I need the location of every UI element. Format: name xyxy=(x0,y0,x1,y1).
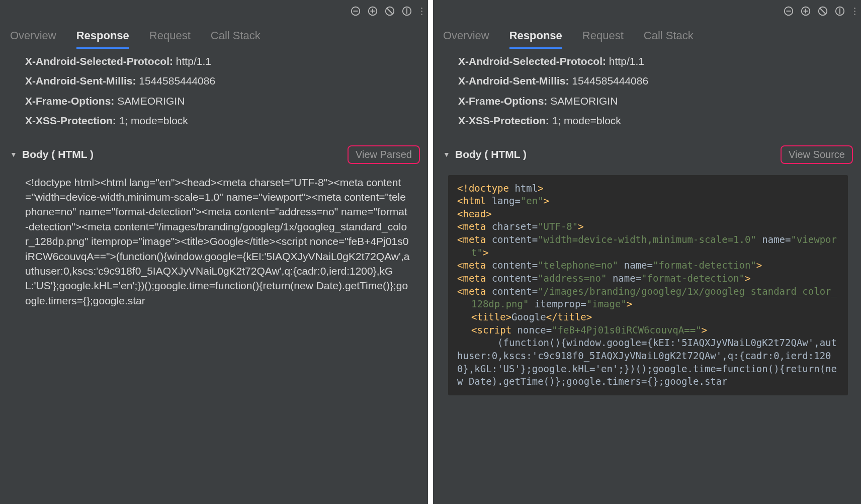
header-value: http/1.1 xyxy=(176,55,211,67)
expand-icon[interactable] xyxy=(799,4,813,18)
header-row: X-Android-Sent-Millis: 1544585444086 xyxy=(458,73,846,88)
expand-icon[interactable] xyxy=(366,4,380,18)
body-header[interactable]: ▼ Body ( HTML ) View Source xyxy=(443,145,853,164)
body-parsed-code: <!doctype html><html lang="en"><head><me… xyxy=(448,175,848,395)
header-name: X-Android-Sent-Millis: xyxy=(458,75,569,87)
reset-icon[interactable] xyxy=(833,4,847,18)
header-row: X-Frame-Options: SAMEORIGIN xyxy=(25,94,413,108)
header-value: 1; mode=block xyxy=(552,115,621,126)
collapse-icon[interactable] xyxy=(349,4,363,18)
body-raw-text: <!doctype html><html lang="en"><head><me… xyxy=(25,175,410,308)
tab-overview[interactable]: Overview xyxy=(10,29,56,49)
tab-response[interactable]: Response xyxy=(509,29,562,49)
collapse-icon[interactable] xyxy=(782,4,796,18)
body-header[interactable]: ▼ Body ( HTML ) View Parsed xyxy=(10,145,420,164)
header-value: http/1.1 xyxy=(609,55,644,67)
tab-callstack[interactable]: Call Stack xyxy=(211,29,261,49)
body-section-title: Body ( HTML ) xyxy=(455,148,527,160)
panel-content: X-Android-Selected-Protocol: http/1.1 X-… xyxy=(0,49,428,504)
tabs: Overview Response Request Call Stack xyxy=(0,22,428,49)
disable-icon[interactable] xyxy=(383,4,397,18)
drag-handle-icon[interactable] xyxy=(419,4,424,18)
tab-response[interactable]: Response xyxy=(76,29,129,49)
header-value: 1544585444086 xyxy=(572,75,648,87)
view-parsed-button[interactable]: View Parsed xyxy=(348,145,420,164)
disclosure-triangle-icon[interactable]: ▼ xyxy=(443,150,451,158)
disclosure-triangle-icon[interactable]: ▼ xyxy=(10,150,18,158)
header-value: 1544585444086 xyxy=(139,75,215,87)
header-row: X-Android-Selected-Protocol: http/1.1 xyxy=(25,54,413,68)
disable-icon[interactable] xyxy=(816,4,830,18)
svg-line-6 xyxy=(387,9,393,14)
header-name: X-XSS-Protection: xyxy=(458,115,549,126)
header-name: X-Frame-Options: xyxy=(25,95,114,107)
response-headers: X-Android-Selected-Protocol: http/1.1 X-… xyxy=(0,49,428,136)
header-name: X-Android-Selected-Protocol: xyxy=(25,55,173,67)
body-section: ▼ Body ( HTML ) View Parsed <!doctype ht… xyxy=(0,145,428,308)
drag-handle-icon[interactable] xyxy=(852,4,857,18)
tab-callstack[interactable]: Call Stack xyxy=(644,29,694,49)
header-value: SAMEORIGIN xyxy=(550,95,618,107)
header-name: X-XSS-Protection: xyxy=(25,115,116,126)
header-row: X-XSS-Protection: 1; mode=block xyxy=(458,113,846,128)
header-value: SAMEORIGIN xyxy=(117,95,185,107)
svg-line-15 xyxy=(820,9,826,14)
header-row: X-Frame-Options: SAMEORIGIN xyxy=(458,94,846,108)
body-section: ▼ Body ( HTML ) View Source <!doctype ht… xyxy=(433,145,861,395)
devtools-panel-right: Overview Response Request Call Stack X-A… xyxy=(433,0,861,504)
body-section-title: Body ( HTML ) xyxy=(22,148,94,160)
header-value: 1; mode=block xyxy=(119,115,188,126)
devtools-panel-left: Overview Response Request Call Stack X-A… xyxy=(0,0,433,504)
tab-request[interactable]: Request xyxy=(149,29,191,49)
panel-content: X-Android-Selected-Protocol: http/1.1 X-… xyxy=(433,49,861,504)
header-row: X-Android-Selected-Protocol: http/1.1 xyxy=(458,54,846,68)
header-name: X-Frame-Options: xyxy=(458,95,547,107)
header-name: X-Android-Sent-Millis: xyxy=(25,75,136,87)
header-name: X-Android-Selected-Protocol: xyxy=(458,55,606,67)
response-headers: X-Android-Selected-Protocol: http/1.1 X-… xyxy=(433,49,861,136)
reset-icon[interactable] xyxy=(400,4,414,18)
toolbar xyxy=(433,0,861,22)
tab-request[interactable]: Request xyxy=(582,29,624,49)
view-source-button[interactable]: View Source xyxy=(781,145,853,164)
header-row: X-XSS-Protection: 1; mode=block xyxy=(25,113,413,128)
header-row: X-Android-Sent-Millis: 1544585444086 xyxy=(25,73,413,88)
tab-overview[interactable]: Overview xyxy=(443,29,489,49)
toolbar xyxy=(0,0,428,22)
tabs: Overview Response Request Call Stack xyxy=(433,22,861,49)
